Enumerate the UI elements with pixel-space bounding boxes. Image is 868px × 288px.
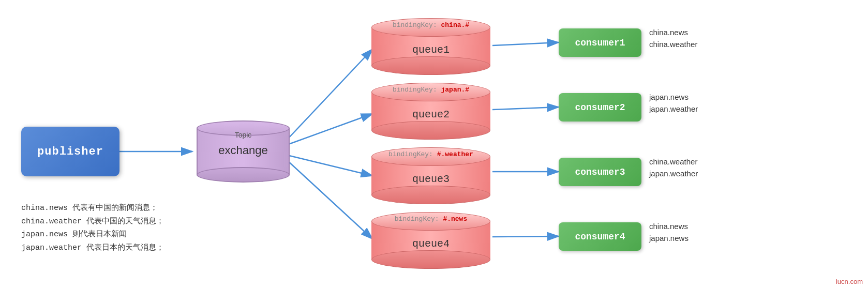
queue4-name-label: queue4: [371, 238, 490, 250]
consumer3-label: consumer3: [575, 167, 625, 177]
consumer2-routes: japan.news japan.weather: [649, 92, 698, 115]
queue3-binding-prefix: bindingKey:: [388, 150, 437, 158]
queue1-cylinder: bindingKey: china.# queue1: [371, 18, 490, 75]
consumer2-box: consumer2: [559, 93, 641, 122]
svg-line-7: [492, 107, 559, 110]
consumer2-route1: japan.news: [649, 92, 698, 103]
exchange-cylinder: Topic exchange: [197, 120, 290, 183]
svg-line-2: [287, 49, 372, 140]
consumer2-label: consumer2: [575, 102, 625, 113]
queue4-binding-prefix: bindingKey:: [395, 215, 443, 223]
exchange-container: Topic exchange: [191, 118, 295, 185]
queue3-container: bindingKey: #.weather queue3: [371, 147, 490, 209]
consumer3-route2: japan.weather: [649, 168, 698, 180]
queue4-bottom: [371, 250, 490, 269]
watermark-text: iucn.com: [836, 278, 863, 285]
consumer1-route1: china.news: [649, 27, 697, 39]
queue2-cylinder: bindingKey: japan.# queue2: [371, 83, 490, 140]
queue3-cylinder: bindingKey: #.weather queue3: [371, 147, 490, 204]
queue1-container: bindingKey: china.# queue1: [371, 18, 490, 80]
note-line4: japan.weather 代表日本的天气消息；: [21, 241, 164, 255]
queue2-name-label: queue2: [371, 109, 490, 120]
publisher-box: publisher: [21, 127, 119, 176]
queue2-container: bindingKey: japan.# queue2: [371, 83, 490, 145]
publisher-label: publisher: [37, 145, 103, 158]
bottom-note: china.news 代表有中国的新闻消息； china.weather 代表中…: [21, 202, 164, 254]
svg-line-5: [287, 160, 372, 239]
consumer4-route1: china.news: [649, 221, 689, 233]
queue3-name-label: queue3: [371, 173, 490, 185]
consumer2-route2: japan.weather: [649, 103, 698, 115]
queue3-bottom: [371, 186, 490, 204]
queue3-binding-key: #.weather: [437, 150, 473, 158]
consumer3-route1: china.weather: [649, 156, 698, 168]
exchange-bottom: [197, 167, 290, 183]
svg-line-3: [287, 114, 372, 145]
queue2-binding-key: japan.#: [441, 86, 470, 94]
queue2-binding-label: bindingKey: japan.#: [371, 86, 490, 94]
consumer1-routes: china.news china.weather: [649, 27, 697, 50]
exchange-label-main: exchange: [197, 144, 290, 157]
consumer4-label: consumer4: [575, 232, 625, 242]
consumer4-box: consumer4: [559, 222, 641, 251]
exchange-label-top: Topic: [197, 131, 290, 139]
note-line3: japan.news 则代表日本新闻: [21, 228, 164, 241]
queue2-bottom: [371, 121, 490, 140]
queue3-binding-label: bindingKey: #.weather: [371, 150, 490, 158]
queue1-name-label: queue1: [371, 44, 490, 56]
svg-line-9: [492, 236, 559, 237]
queue1-binding-label: bindingKey: china.#: [371, 21, 490, 29]
queue2-binding-prefix: bindingKey:: [393, 86, 441, 94]
consumer4-routes: china.news japan.news: [649, 221, 689, 244]
queue4-container: bindingKey: #.news queue4: [371, 212, 490, 274]
consumer1-route2: china.weather: [649, 39, 697, 51]
svg-line-6: [492, 42, 559, 46]
consumer1-label: consumer1: [575, 38, 625, 48]
queue4-binding-key: #.news: [443, 215, 467, 223]
consumer3-routes: china.weather japan.weather: [649, 156, 698, 179]
diagram: publisher Topic exchange bindingKey: chi…: [0, 0, 868, 288]
consumer4-route2: japan.news: [649, 233, 689, 245]
consumer3-box: consumer3: [559, 158, 641, 186]
queue1-binding-prefix: bindingKey:: [393, 21, 441, 29]
note-line1: china.news 代表有中国的新闻消息；: [21, 202, 164, 215]
consumer1-box: consumer1: [559, 28, 641, 57]
note-line2: china.weather 代表中国的天气消息；: [21, 215, 164, 229]
queue1-bottom: [371, 56, 490, 75]
svg-line-4: [287, 155, 372, 176]
watermark: iucn.com: [836, 278, 863, 285]
queue1-binding-key: china.#: [441, 21, 470, 29]
queue4-binding-label: bindingKey: #.news: [371, 215, 490, 223]
queue4-cylinder: bindingKey: #.news queue4: [371, 212, 490, 269]
